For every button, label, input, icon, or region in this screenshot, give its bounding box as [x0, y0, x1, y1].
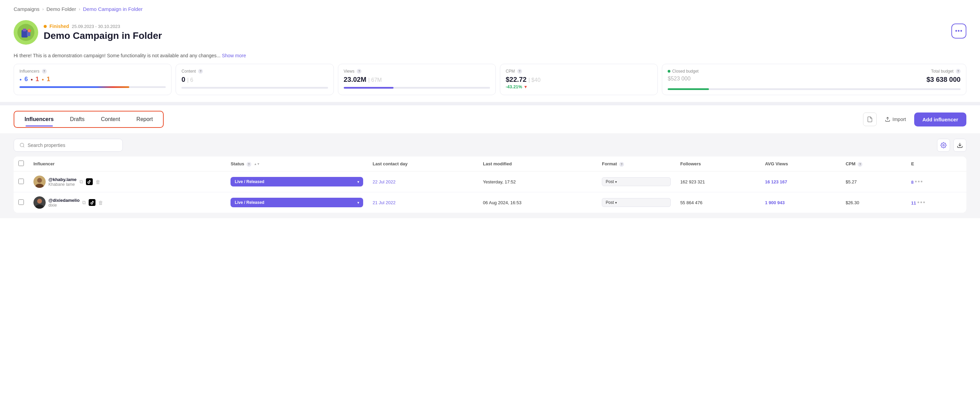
- influencer-table: Influencer Status ? ▲▼ Last contact day …: [14, 156, 966, 213]
- row2-last-contact-cell: 21 Jul 2022: [368, 192, 479, 213]
- breadcrumb-sep-2: ›: [79, 6, 80, 11]
- cpm-change: -43.21%: [506, 84, 522, 89]
- row1-last-contact-cell: 22 Jul 2022: [368, 172, 479, 192]
- row2-more-dots[interactable]: •••: [917, 199, 926, 206]
- row2-format-badge[interactable]: Post ▾: [602, 198, 671, 207]
- svg-point-12: [37, 178, 42, 183]
- search-bar: [14, 139, 966, 152]
- cpm-col-help-icon[interactable]: ?: [858, 162, 862, 167]
- breadcrumb-sep-1: ›: [42, 6, 44, 11]
- breadcrumb-demo-folder[interactable]: Demo Folder: [46, 6, 76, 12]
- row2-status-cell: Live / Released ▾: [226, 192, 368, 213]
- tab-drafts[interactable]: Drafts: [62, 113, 93, 126]
- row1-status-chevron: ▾: [357, 180, 359, 184]
- svg-rect-2: [23, 29, 26, 31]
- row2-delete-icon[interactable]: 🗑: [98, 200, 103, 205]
- row1-e: 8: [911, 180, 913, 185]
- th-last-modified: Last modified: [478, 156, 597, 172]
- row2-status-chevron: ▾: [357, 201, 359, 205]
- status-label: Finished: [49, 24, 69, 29]
- svg-text:!: !: [29, 30, 29, 32]
- sort-icons[interactable]: ▲▼: [254, 162, 260, 166]
- row2-e: 11: [911, 200, 916, 205]
- row1-checkbox-cell: [14, 172, 29, 192]
- svg-point-9: [943, 145, 945, 146]
- influencers-bar-fill: [19, 86, 129, 88]
- row2-copy-icon[interactable]: ⧉: [82, 199, 86, 205]
- tab-influencers[interactable]: Influencers: [16, 113, 62, 126]
- row1-format-cell: Post ▾: [597, 172, 676, 192]
- row2-status-badge[interactable]: Live / Released ▾: [231, 198, 363, 207]
- total-budget-value: $3 638 000: [814, 76, 961, 84]
- stat-card-budget: Closed budget $523 000 Total budget ? $3…: [662, 64, 966, 95]
- file-icon-button[interactable]: [863, 113, 877, 126]
- row1-name: Khabane lame: [48, 182, 77, 187]
- row2-checkbox[interactable]: [18, 199, 24, 205]
- tabs-section: Influencers Drafts Content Report Import…: [0, 105, 980, 133]
- format-help-icon[interactable]: ?: [619, 162, 624, 167]
- search-input[interactable]: [28, 143, 117, 148]
- settings-icon-button[interactable]: [937, 139, 950, 152]
- stat-label-closed-budget: Closed budget: [668, 69, 814, 74]
- status-help-icon[interactable]: ?: [247, 162, 251, 167]
- row1-followers: 162 923 321: [680, 179, 705, 185]
- stat-label-views: Views ?: [344, 69, 490, 74]
- campaign-header: ! Finished 25.09.2023 - 30.10.2023 Demo …: [0, 17, 980, 50]
- row2-avg-views[interactable]: 1 900 943: [765, 200, 784, 205]
- row2-cpm-cell: $26.30: [841, 192, 906, 213]
- select-all-checkbox[interactable]: [18, 161, 24, 166]
- download-icon-button[interactable]: [953, 139, 966, 152]
- row2-checkbox-cell: [14, 192, 29, 213]
- add-influencer-button[interactable]: Add influencer: [914, 113, 966, 126]
- row2-e-cell: 11 •••: [906, 192, 966, 213]
- th-e: E: [906, 156, 966, 172]
- table-section: Influencer Status ? ▲▼ Last contact day …: [0, 133, 980, 218]
- th-format: Format ?: [597, 156, 676, 172]
- breadcrumb-campaigns[interactable]: Campaigns: [14, 6, 40, 12]
- campaign-avatar: !: [14, 20, 38, 45]
- row2-format-cell: Post ▾: [597, 192, 676, 213]
- show-more-link[interactable]: Show more: [222, 53, 246, 58]
- table-body: @khaby.lame Khabane lame ⧉ 🗑: [14, 172, 966, 213]
- row1-cpm-cell: $5.27: [841, 172, 906, 192]
- th-avg-views: AVG Views: [760, 156, 840, 172]
- date-range: 25.09.2023 - 30.10.2023: [72, 24, 120, 29]
- search-actions: [937, 139, 966, 152]
- tab-content[interactable]: Content: [93, 113, 128, 126]
- th-last-contact: Last contact day: [368, 156, 479, 172]
- row1-status-badge[interactable]: Live / Released ▾: [231, 177, 363, 186]
- campaign-description: Hi there! This is a demonstration campai…: [0, 50, 980, 64]
- influencer-count-orange: 1: [47, 76, 50, 83]
- budget-bar: [668, 88, 961, 90]
- row1-tiktok-icon[interactable]: [86, 178, 93, 185]
- cpm-help-icon[interactable]: ?: [517, 69, 522, 74]
- content-help-icon[interactable]: ?: [198, 69, 203, 74]
- row2-tiktok-icon[interactable]: [89, 199, 95, 206]
- row1-last-contact[interactable]: 22 Jul 2022: [373, 179, 396, 185]
- row1-handle: @khaby.lame: [48, 177, 77, 182]
- row1-more-dots[interactable]: •••: [915, 178, 923, 185]
- row1-delete-icon[interactable]: 🗑: [95, 179, 100, 185]
- import-button[interactable]: Import: [881, 114, 910, 125]
- row1-copy-icon[interactable]: ⧉: [80, 179, 83, 185]
- row1-checkbox[interactable]: [18, 179, 24, 184]
- table-row: @khaby.lame Khabane lame ⧉ 🗑: [14, 172, 966, 192]
- svg-point-7: [20, 143, 24, 147]
- total-budget-help-icon[interactable]: ?: [956, 69, 961, 74]
- tab-report[interactable]: Report: [128, 113, 161, 126]
- stat-card-cpm: CPM ? $22.72 | $40 -43.21% ▼: [500, 64, 658, 95]
- row2-followers: 55 864 476: [680, 200, 702, 205]
- content-bar: [181, 87, 328, 89]
- influencers-help-icon[interactable]: ?: [42, 69, 47, 74]
- influencer-count-blue: 6: [25, 76, 28, 83]
- tabs-container: Influencers Drafts Content Report: [14, 111, 164, 128]
- row1-last-modified-cell: Yesterday, 17:52: [478, 172, 597, 192]
- campaign-menu-button[interactable]: •••: [951, 24, 966, 38]
- row2-last-contact[interactable]: 21 Jul 2022: [373, 200, 396, 205]
- row1-format-badge[interactable]: Post ▾: [602, 177, 671, 186]
- stat-label-influencers: Influencers ?: [19, 69, 166, 74]
- row1-format-chevron: ▾: [615, 180, 617, 184]
- campaign-status-row: Finished 25.09.2023 - 30.10.2023: [44, 24, 162, 29]
- row1-avg-views[interactable]: 16 123 167: [765, 179, 787, 185]
- views-help-icon[interactable]: ?: [357, 69, 361, 74]
